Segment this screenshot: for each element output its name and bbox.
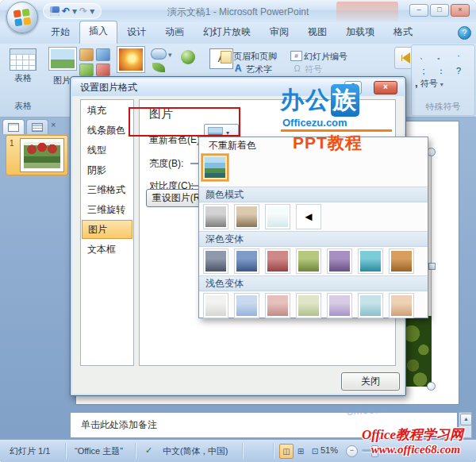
- wordart-icon[interactable]: A: [232, 64, 244, 74]
- help-icon[interactable]: ?: [458, 26, 471, 40]
- dialog-close-button[interactable]: 关闭: [341, 372, 400, 391]
- recolor-swatch-sepia[interactable]: [234, 204, 259, 229]
- symbol-menu-caret-icon[interactable]: ▾: [440, 81, 443, 88]
- recolor-swatch-dark-orange[interactable]: [389, 248, 414, 274]
- table-icon[interactable]: [10, 48, 36, 71]
- symbol-menu-button[interactable]: 符号: [420, 79, 438, 88]
- normal-view-icon[interactable]: ◫: [279, 444, 294, 459]
- theme-name[interactable]: “Office 主题”: [75, 445, 123, 457]
- photo-effects-icon[interactable]: [117, 47, 144, 72]
- dialog-nav-item-文本框[interactable]: 文本框: [82, 240, 132, 259]
- comma-symbol[interactable]: ,: [415, 77, 418, 89]
- dialog-nav-item-三维旋转[interactable]: 三维旋转: [82, 200, 132, 219]
- tab-设计[interactable]: 设计: [117, 21, 155, 44]
- selection-handle-bottom-right[interactable]: [427, 382, 436, 391]
- recolor-swatch-light-gray[interactable]: [203, 293, 228, 318]
- close-button[interactable]: ×: [451, 4, 470, 17]
- dialog-nav-item-填充[interactable]: 填充: [82, 101, 132, 120]
- selected-picture-fragment[interactable]: [403, 316, 432, 387]
- undo-icon[interactable]: ↶: [62, 5, 70, 17]
- special-symbol[interactable]: ·: [450, 49, 467, 63]
- maximize-button[interactable]: □: [430, 4, 449, 17]
- table-button[interactable]: 表格: [5, 72, 41, 84]
- slide-sorter-icon[interactable]: ⊞: [294, 444, 308, 459]
- undo-dropdown-icon[interactable]: ▾: [72, 5, 77, 17]
- slide-number-button[interactable]: 幻灯片编号: [304, 51, 347, 63]
- minimize-button[interactable]: –: [409, 4, 428, 17]
- dialog-nav-item-线条颜色[interactable]: 线条颜色: [82, 121, 132, 140]
- recolor-swatch-dark-slate[interactable]: [203, 248, 228, 274]
- recolor-swatch-light-purple[interactable]: [327, 293, 352, 318]
- recolor-swatch-dark-red[interactable]: [265, 248, 290, 274]
- recolor-swatch-dark-blue[interactable]: [234, 248, 259, 274]
- header-footer-icon[interactable]: [221, 51, 232, 64]
- slide-thumbnail[interactable]: [20, 138, 64, 172]
- picture-icon[interactable]: [49, 48, 76, 70]
- slide-thumbnail-selected[interactable]: 1: [6, 135, 68, 175]
- tab-slides[interactable]: [2, 119, 25, 134]
- zoom-slider-thumb[interactable]: [371, 445, 378, 457]
- tab-格式[interactable]: 格式: [384, 21, 422, 44]
- brightness-slider[interactable]: [190, 163, 198, 164]
- tab-开始[interactable]: 开始: [41, 21, 79, 44]
- dialog-nav-item-图片[interactable]: 图片: [82, 220, 132, 239]
- qat-customize-icon[interactable]: ▾: [90, 5, 94, 17]
- recolor-swatch-dark-purple[interactable]: [327, 248, 352, 274]
- dialog-nav-item-三维格式[interactable]: 三维格式: [82, 180, 132, 199]
- notes-pane[interactable]: 单击此处添加备注: [70, 412, 458, 438]
- dialog-nav-item-阴影[interactable]: 阴影: [82, 160, 132, 179]
- shapes-icon[interactable]: [151, 48, 167, 60]
- recolor-swatch-light-blue[interactable]: [234, 293, 259, 318]
- header-footer-button[interactable]: 页眉和页脚: [233, 51, 277, 63]
- symbol-icon[interactable]: Ω: [292, 64, 302, 74]
- wordart-button[interactable]: 艺术字: [246, 64, 272, 75]
- tab-审阅[interactable]: 审阅: [260, 21, 298, 44]
- recolor-swatch-dark-green[interactable]: [296, 248, 321, 274]
- recolor-swatch-washout[interactable]: [265, 204, 290, 229]
- tab-加载项[interactable]: 加载项: [336, 21, 384, 44]
- zoom-out-icon[interactable]: −: [346, 445, 358, 457]
- recolor-swatch-light-green[interactable]: [296, 293, 321, 318]
- clipart-icon[interactable]: [79, 48, 94, 61]
- recolor-swatch-light-red[interactable]: [265, 293, 290, 318]
- office-button[interactable]: [6, 2, 38, 33]
- symbol-menu-row[interactable]: , 符号 ▾: [415, 77, 443, 90]
- special-symbol[interactable]: 、: [415, 49, 432, 63]
- photo-album-icon[interactable]: [96, 48, 110, 61]
- recolor-swatch-black-white[interactable]: ◄: [296, 204, 321, 229]
- selection-handle-middle-right[interactable]: [428, 263, 436, 270]
- special-symbol[interactable]: ;: [415, 64, 432, 78]
- tab-视图[interactable]: 视图: [298, 21, 336, 44]
- pane-close-icon[interactable]: ×: [51, 120, 56, 129]
- scroll-up-icon[interactable]: ▲: [460, 414, 472, 425]
- recolor-swatch-light-orange[interactable]: [389, 293, 414, 318]
- dialog-close-icon[interactable]: ×: [374, 81, 397, 94]
- no-recolor-item[interactable]: 不重新着色: [199, 137, 428, 153]
- special-symbol[interactable]: 。: [432, 49, 450, 63]
- special-symbol[interactable]: ?: [450, 64, 467, 78]
- tab-插入[interactable]: 插入: [79, 21, 117, 44]
- dialog-nav-item-线型[interactable]: 线型: [82, 141, 132, 160]
- spell-check-icon[interactable]: ✓: [145, 445, 152, 456]
- zoom-level[interactable]: 51%: [321, 445, 338, 455]
- special-symbol[interactable]: ：: [432, 64, 450, 78]
- tab-幻灯片放映[interactable]: 幻灯片放映: [194, 21, 260, 44]
- redo-icon[interactable]: ↷: [79, 5, 87, 17]
- recolor-swatch-light-teal[interactable]: [358, 293, 383, 318]
- save-icon[interactable]: [50, 6, 60, 16]
- hyperlink-icon[interactable]: [181, 50, 195, 64]
- notes-scrollbar[interactable]: ▲: [459, 412, 472, 438]
- recolor-swatch-dark-teal[interactable]: [358, 248, 383, 274]
- symbol-item[interactable]: 符号: [305, 64, 322, 75]
- no-recolor-selected-thumbnail[interactable]: [202, 154, 228, 181]
- contrast-slider[interactable]: [190, 185, 198, 187]
- tab-outline[interactable]: [26, 119, 48, 134]
- smartart-icon[interactable]: [79, 64, 94, 76]
- dialog-help-icon[interactable]: ?: [344, 81, 362, 94]
- slide-number-icon[interactable]: #: [290, 51, 302, 61]
- tab-动画[interactable]: 动画: [155, 21, 194, 44]
- recolor-swatch-grayscale[interactable]: [203, 204, 228, 229]
- language-indicator[interactable]: 中文(简体 , 中国): [163, 445, 228, 457]
- chart-icon[interactable]: [96, 64, 110, 76]
- shapes-dropdown-icon[interactable]: ▾: [168, 51, 172, 59]
